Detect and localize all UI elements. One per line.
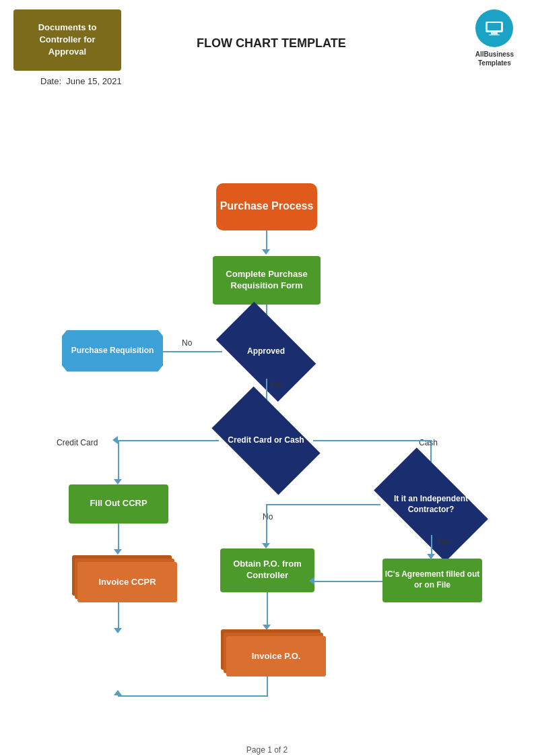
arrow-ics-to-po: [314, 581, 382, 582]
arrow-cc-down: [118, 440, 119, 480]
docs-box: Documents to Controller for Approval: [13, 9, 121, 71]
arrowhead-inv-ccpr-down: [114, 628, 122, 633]
inv-ccpr-shape: Invoice CCPR: [77, 562, 177, 602]
cc-cash-diamond: Credit Card or Cash: [219, 411, 313, 470]
arrow-bottom-h: [118, 695, 267, 697]
page-title: FLOW CHART TEMPLATE: [197, 36, 346, 51]
approved-diamond: Approved: [222, 325, 310, 379]
arrow-po-inv: [267, 592, 268, 626]
logo-icon: [475, 9, 513, 47]
svg-rect-1: [488, 23, 501, 30]
flowchart: Purchase Process Complete Purchase Requi…: [0, 89, 534, 743]
purchase-req-shape: Purchase Requisition: [62, 330, 163, 372]
arrow-ic-no-down: [266, 504, 267, 544]
svg-rect-2: [491, 32, 498, 34]
page-number: Page 1 of 2: [0, 745, 534, 755]
obtain-po-shape: Obtain P.O. from Controller: [220, 548, 314, 592]
arrowhead-ic-no-down: [262, 543, 270, 548]
purchase-process-shape: Purchase Process: [216, 183, 317, 230]
svg-rect-3: [489, 34, 500, 36]
yes2-label: Yes: [436, 537, 450, 546]
arrow-ic-yes: [431, 535, 432, 555]
arrow-pp-to-cf: [266, 230, 267, 251]
arrowhead-cc-down: [114, 479, 122, 484]
arrowhead-ics-po: [309, 577, 314, 585]
arrow-ic-no: [266, 504, 380, 505]
arrow-cash-right: [313, 440, 431, 441]
inv-po-shape: Invoice P.O.: [226, 636, 326, 676]
ics-agreement-shape: IC's Agreement filled out or on File: [382, 559, 482, 602]
arrow-ccrp-inv: [118, 524, 119, 550]
logo-area: AllBusiness Templates: [475, 9, 514, 67]
complete-form-shape: Complete Purchase Requisition Form: [213, 256, 321, 305]
header: Documents to Controller for Approval FLO…: [0, 0, 534, 71]
no1-label: No: [182, 338, 192, 348]
ind-contractor-diamond: It it an Independent Contractor?: [380, 474, 481, 535]
no2-label: No: [263, 512, 273, 522]
yes1-label: Yes: [269, 380, 283, 389]
date-line: Date: June 15, 2021: [40, 76, 534, 86]
fill-ccrp-shape: Fill Out CCRP: [69, 484, 168, 524]
arrow-inv-po-down: [267, 676, 268, 697]
arrowhead-bottom-up: [114, 690, 122, 695]
credit-card-label: Credit Card: [57, 438, 98, 447]
arrowhead-ccrp-inv: [114, 549, 122, 555]
arrow-cc-left: [118, 440, 219, 441]
arrowhead-pp-cf: [262, 249, 270, 255]
arrowhead-cc-left: [112, 436, 118, 444]
arrow-inv-ccpr-down: [118, 602, 119, 629]
logo-text: AllBusiness Templates: [475, 50, 514, 67]
